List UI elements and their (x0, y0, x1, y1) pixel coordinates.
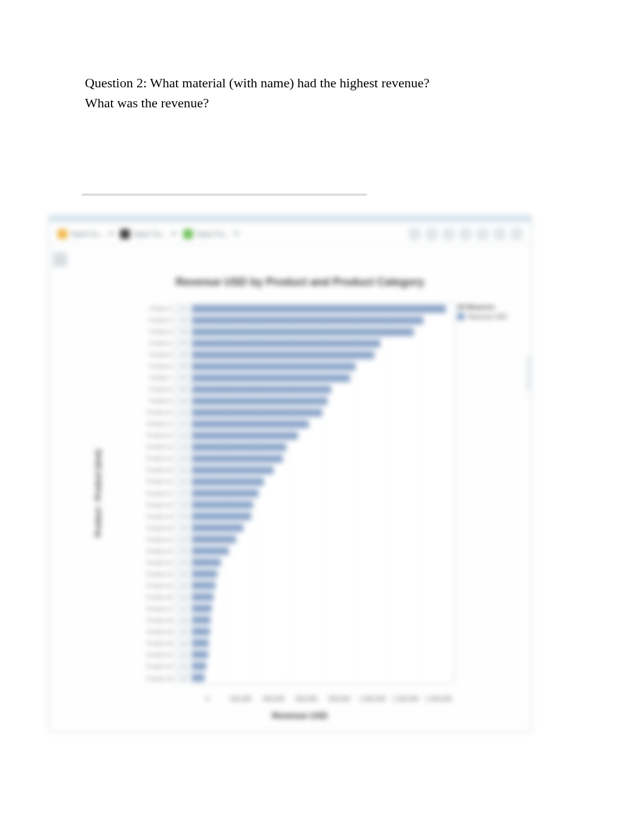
bar[interactable] (192, 478, 264, 486)
category-label: Product 16 (122, 476, 175, 488)
category-key: 23 (176, 557, 192, 568)
bar[interactable] (192, 432, 298, 440)
bar-row (192, 488, 454, 499)
bar[interactable] (192, 328, 414, 336)
category-key: 08 (176, 383, 192, 395)
bar[interactable] (192, 639, 209, 647)
bar[interactable] (192, 512, 251, 520)
bar[interactable] (192, 616, 210, 624)
analytics-app-window: Input Co... Input Co... Input Co... Reve… (49, 215, 532, 732)
category-key: 33 (176, 672, 192, 684)
category-label: Product 24 (122, 568, 175, 580)
bar[interactable] (192, 397, 327, 405)
bar[interactable] (192, 651, 208, 659)
bar[interactable] (192, 340, 380, 347)
bar[interactable] (192, 501, 253, 509)
bar[interactable] (192, 409, 322, 417)
category-key: 11 (176, 418, 192, 430)
bar-row (192, 614, 454, 626)
bars-area (192, 303, 455, 684)
bar[interactable] (192, 489, 258, 497)
bar-row (192, 338, 454, 349)
input-label: Input Co... (133, 230, 167, 238)
x-axis-ticks: 0200,000400,000600,000800,0001,000,0001,… (191, 696, 455, 702)
bar[interactable] (192, 674, 204, 682)
x-tick: 600,000 (290, 696, 323, 702)
category-key: 29 (176, 626, 192, 638)
bar[interactable] (192, 317, 423, 324)
bar-row (192, 545, 454, 557)
bar-row (192, 626, 454, 637)
bar[interactable] (192, 628, 210, 635)
chevron-down-icon (171, 232, 177, 236)
category-label: Product 4 (122, 337, 175, 349)
category-key: 20 (176, 522, 192, 534)
search-icon[interactable] (409, 228, 421, 240)
bar[interactable] (192, 351, 374, 359)
bar-row (192, 349, 454, 361)
bar-row (192, 557, 454, 568)
category-label: Product 14 (122, 453, 175, 464)
input-control-1[interactable]: Input Co... (58, 229, 114, 239)
print-icon[interactable] (460, 228, 472, 240)
bar[interactable] (192, 420, 309, 428)
bar[interactable] (192, 558, 221, 566)
category-key: 14 (176, 453, 192, 464)
category-label: Product 27 (122, 603, 175, 615)
bar-row (192, 453, 454, 464)
input-control-3[interactable]: Input Co... (183, 229, 240, 239)
bar[interactable] (192, 386, 331, 394)
bar[interactable] (192, 593, 213, 601)
chart-legend: All Measures Revenue USD (457, 304, 524, 323)
input-swatch-icon (183, 229, 193, 239)
category-key: 17 (176, 488, 192, 499)
bar[interactable] (192, 305, 446, 313)
bar[interactable] (192, 582, 215, 589)
toolbar: Input Co... Input Co... Input Co... (49, 223, 531, 246)
x-tick: 400,000 (257, 696, 290, 702)
bar-row (192, 499, 454, 511)
bar[interactable] (192, 466, 273, 474)
bar-row (192, 591, 454, 603)
legend-label: Revenue USD (468, 314, 507, 320)
legend-swatch-icon (457, 313, 465, 320)
input-control-2[interactable]: Input Co... (120, 229, 176, 239)
x-tick: 200,000 (224, 696, 257, 702)
refresh-icon[interactable] (477, 228, 489, 240)
category-key: 07 (176, 372, 192, 383)
category-label: Product 2 (122, 314, 175, 326)
chart-container: Revenue USD by Product and Product Categ… (73, 273, 526, 726)
bar[interactable] (192, 605, 212, 612)
close-icon[interactable] (511, 228, 523, 240)
bar[interactable] (192, 547, 229, 555)
category-label: Product 31 (122, 649, 175, 661)
category-label: Product 23 (122, 557, 175, 568)
bar[interactable] (192, 455, 283, 463)
category-key: 26 (176, 592, 192, 603)
bar[interactable] (192, 524, 243, 532)
category-key: 12 (176, 430, 192, 441)
category-key: 03 (176, 326, 192, 337)
y-axis-label: Product · Product (text) (93, 449, 102, 537)
category-label: Product 3 (122, 326, 175, 337)
bar[interactable] (192, 535, 236, 543)
settings-icon[interactable] (494, 228, 506, 240)
category-label: Product 21 (122, 534, 175, 545)
filter-icon[interactable] (426, 228, 438, 240)
bar-row (192, 637, 454, 649)
bar[interactable] (192, 374, 350, 382)
scrollbar[interactable] (526, 355, 530, 392)
bar[interactable] (192, 662, 206, 670)
bar[interactable] (192, 570, 217, 578)
bar-row (192, 395, 454, 407)
export-icon[interactable] (443, 228, 455, 240)
side-handle-icon[interactable] (53, 252, 67, 267)
category-label: Product 9 (122, 395, 175, 407)
category-key: 24 (176, 568, 192, 580)
bar-row (192, 580, 454, 591)
bar[interactable] (192, 363, 355, 371)
category-label: Product 33 (122, 672, 175, 684)
bar[interactable] (192, 443, 286, 451)
bar-row (192, 372, 454, 384)
category-key: 10 (176, 407, 192, 418)
